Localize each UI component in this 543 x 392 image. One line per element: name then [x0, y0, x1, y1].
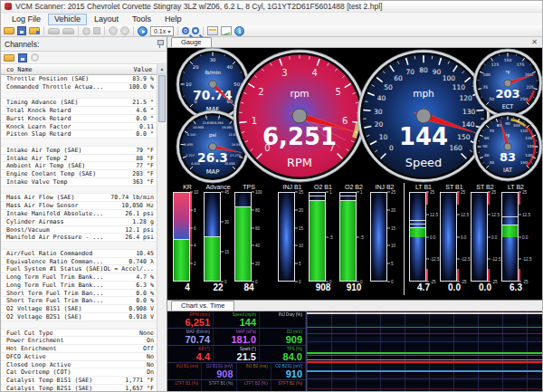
channel-row[interactable] [1, 321, 157, 330]
channel-row[interactable]: Commanded Throttle Actua...100.0 % [1, 83, 157, 91]
column-header-value[interactable]: Value [134, 66, 152, 73]
bar-lt-b2: LT B22512.50.0-12.5-256.3 [500, 183, 531, 300]
channels-config-button-icon [31, 53, 39, 62]
main-area: Channels: co Name Value Throttle Positio… [1, 37, 542, 392]
chart-trace-area[interactable] [307, 311, 542, 392]
channel-row[interactable]: Ambient Air Temp (SAE)77 °F [1, 162, 157, 170]
save-log-as-button-icon[interactable] [29, 27, 40, 34]
legend-row: LTFT B1 (%)STFT B1 (%)LTFT B2 (%)STFT B2… [167, 380, 306, 392]
channel-row[interactable]: Intake Manifold Absolute...26.1 psi [1, 210, 157, 218]
stat-tps: TPS (%)84.0 [260, 346, 306, 362]
channel-row[interactable]: O2 Voltage B1S1 (SAE)0.908 V [1, 305, 157, 313]
channel-row[interactable]: Piston Slap Retard0.0 ° [1, 130, 157, 139]
channel-row[interactable]: Timing Advance (SAE)21.5 ° [1, 99, 157, 107]
channel-row[interactable]: Closed Loop ActiveNo [1, 361, 157, 369]
column-header-name[interactable]: co Name [6, 66, 33, 73]
channel-row[interactable]: Fuel System #1 Status (SAE)OL = Accel/..… [1, 265, 157, 273]
channel-row[interactable] [1, 186, 157, 195]
channel-row[interactable]: Throttle Position (SAE)83.9 % [1, 75, 157, 83]
channel-name: Engine Coolant Temp (SAE) [6, 170, 96, 177]
menu-layout[interactable]: Layout [88, 14, 125, 25]
channel-value: 0.0 % [136, 297, 154, 304]
channels-table-header[interactable]: co Name Value [1, 64, 167, 75]
channel-row[interactable]: Air/Fuel Ratio Commanded10.45 [1, 250, 157, 258]
bar-graph [278, 192, 295, 282]
channel-row[interactable]: Short Term Fuel Trim Ban...0.0 % [1, 297, 157, 305]
channel-row[interactable]: Cat Overtemp (COT)On [1, 368, 157, 377]
scrollbar-up-icon[interactable]: ▲ [157, 64, 167, 74]
channel-row[interactable]: Manifold Air Pressure - ...26.4 psi [1, 234, 157, 242]
channels-open-button-icon[interactable] [4, 54, 14, 62]
channel-row[interactable]: Intake Air Temp 288 °F [1, 155, 157, 163]
channels-save-button-icon[interactable] [18, 53, 27, 62]
channel-row[interactable]: Boost/Vacuum12.1 psi [1, 226, 157, 234]
tab-gauge[interactable]: Gauge [171, 37, 212, 47]
channels-panel-title: Channels: [5, 40, 39, 49]
info-button-icon[interactable] [234, 26, 244, 36]
channels-panel-header: Channels: [1, 37, 167, 52]
menu-tools[interactable]: Tools [126, 14, 157, 25]
channel-row[interactable]: Mass Air Flow (SAE)70.74 lb/min [1, 194, 157, 202]
channel-row[interactable]: Power EnrichmentOn [1, 337, 157, 345]
channels-scrollbar[interactable]: ▲ [157, 64, 167, 392]
svg-text:75: 75 [482, 85, 488, 90]
close-icon[interactable]: ✕ [531, 38, 538, 47]
channel-row[interactable]: Mass Air Flow Sensor10,050 Hz [1, 202, 157, 210]
channel-row[interactable]: O2 Voltage B2S1 (SAE)0.918 V [1, 313, 157, 321]
save-log-button-icon[interactable] [17, 26, 26, 35]
channel-row[interactable] [1, 139, 157, 147]
chart-vs-time-panel: RPM (rpm)6,251Speed (mph)144INJ Duty (%)… [167, 311, 542, 392]
zoom-out-button-icon[interactable] [192, 27, 199, 34]
channel-row[interactable]: Catalyst Temp B1S1 (SAE)1,771 °F [1, 377, 157, 385]
channel-row[interactable] [1, 91, 157, 100]
svg-text:0: 0 [389, 144, 394, 152]
channel-row[interactable]: Long Term Fuel Trim Bank...6.3 % [1, 282, 157, 290]
channel-value: 203 °F [132, 170, 154, 177]
channel-row[interactable]: Long Term Fuel Trim Bank...4.7 % [1, 273, 157, 282]
channel-row[interactable]: Burst Knock Retard0.0 ° [1, 115, 157, 123]
channel-row[interactable] [1, 242, 157, 250]
playback-speed-select[interactable]: 0.1x [150, 26, 174, 36]
chart-display-button-icon[interactable] [221, 26, 232, 35]
channel-row[interactable]: Intake Air Temp (SAE)79 °F [1, 147, 157, 155]
channel-row[interactable]: Short Term Fuel Trim Ban...0.0 % [1, 290, 157, 298]
svg-text:16.364: 16.364 [213, 121, 224, 125]
open-log-button-icon[interactable] [4, 27, 14, 34]
channel-row[interactable]: Hot EnrichmentOff [1, 345, 157, 353]
channel-row[interactable]: Engine Coolant Temp (SAE)203 °F [1, 170, 157, 178]
zoom-in-button-icon[interactable] [182, 27, 189, 34]
channel-row[interactable]: DFCO ActiveNo [1, 353, 157, 361]
menu-log-file[interactable]: Log File [5, 14, 47, 25]
menu-vehicle[interactable]: Vehicle [48, 14, 87, 25]
svg-text:100: 100 [513, 123, 520, 128]
channel-name: O2 Voltage B2S1 (SAE) [6, 313, 81, 320]
menu-help[interactable]: Help [158, 14, 188, 25]
channel-row[interactable]: Intake Valve Temp363 °F [1, 178, 157, 186]
channel-row[interactable]: Total Knock Retard4.6 ° [1, 107, 157, 115]
channels-toolbar [1, 52, 167, 64]
main-toolbar: 0.1x [1, 25, 542, 37]
bar-lt-b1: LT B12512.50.0-12.5-254.7 [408, 183, 439, 300]
tab-chart-vs-time[interactable]: Chart vs. Time [171, 301, 234, 311]
ect-gauge: 5075100125150175200225250°F203ECT [472, 48, 543, 119]
channel-name: Catalyst Temp B2S1 (SAE) [6, 385, 92, 392]
channel-name: Intake Manifold Absolute... [6, 210, 103, 217]
channel-value: 10.45 [136, 250, 154, 257]
play-button-icon[interactable] [138, 26, 148, 36]
channel-row[interactable]: Equivalence Ratio Comman...0.740 λ [1, 258, 157, 266]
bar-divider [404, 183, 405, 295]
channel-row[interactable]: Fuel Cut TypeNone [1, 330, 157, 338]
channel-row[interactable]: Knock Learn Factor0.11 [1, 123, 157, 131]
svg-text:144: 144 [399, 123, 448, 150]
svg-text:2.727: 2.727 [186, 154, 195, 158]
table-display-button-icon[interactable] [207, 26, 218, 35]
scrollbar-thumb[interactable] [158, 75, 166, 122]
auto-hide-pin-icon[interactable] [157, 40, 163, 48]
channel-row[interactable]: Catalyst Temp B2S1 (SAE)1,657 °F [1, 385, 157, 392]
channel-row[interactable]: Cylinder Airmass1.28 g [1, 218, 157, 226]
svg-text:30: 30 [490, 160, 495, 165]
svg-text:4: 4 [311, 68, 317, 78]
svg-text:225: 225 [527, 85, 535, 90]
channel-value: 21.5 ° [132, 99, 154, 106]
channel-name: Long Term Fuel Trim Bank... [6, 273, 103, 281]
